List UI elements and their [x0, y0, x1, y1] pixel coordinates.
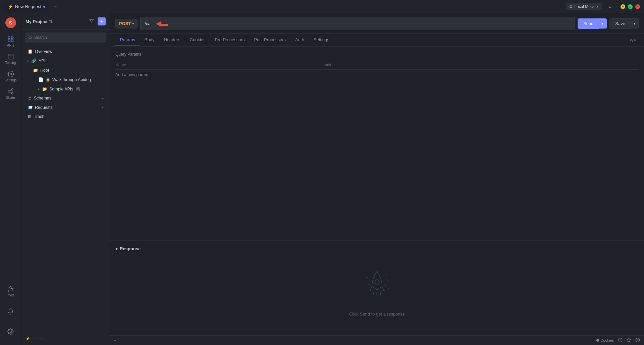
svg-point-5	[11, 89, 13, 90]
maximize-button[interactable]: □	[628, 4, 633, 9]
send-dropdown-button[interactable]: ▾	[599, 19, 606, 28]
cookies-status-dot	[596, 339, 599, 342]
svg-point-15	[29, 36, 32, 39]
svg-point-6	[8, 91, 10, 92]
main-content: POST ▾ /car ◀▬ Send ▾ Save ▾ Params Body	[110, 13, 644, 345]
sidebar-apis-label: APIs	[7, 44, 14, 47]
save-button-group: Save ▾	[609, 18, 639, 29]
sidebar-item-invite[interactable]: Invite	[3, 283, 19, 299]
sidebar-item-gear[interactable]	[3, 324, 19, 340]
response-section: ▾ Response	[110, 240, 644, 335]
window-controls: − □ ×	[621, 4, 640, 9]
tab-settings[interactable]: Settings	[309, 34, 334, 46]
nav-item-apis[interactable]: ▸ 🔗 APIs	[23, 56, 108, 65]
nav-item-requests[interactable]: 📨 Requests ▸	[23, 103, 108, 112]
tab-pre-processors[interactable]: Pre Processors	[210, 34, 250, 46]
params-header: Name Value	[115, 61, 639, 70]
tab-body[interactable]: Body	[140, 34, 159, 46]
svg-point-17	[375, 280, 379, 284]
tab-auth[interactable]: Auth	[290, 34, 309, 46]
bottom-icon-3[interactable]	[635, 338, 640, 343]
svg-line-16	[31, 38, 32, 39]
more-tabs-button[interactable]: ···	[61, 3, 70, 11]
bottom-icon-2[interactable]	[627, 338, 631, 343]
project-title[interactable]: My Project ⇅	[25, 19, 52, 24]
sidebar-item-notifications[interactable]	[3, 303, 19, 320]
cookies-label: Cookies	[600, 338, 614, 342]
tab-modified-dot	[43, 6, 45, 8]
nav-item-root[interactable]: 📁 Root	[23, 66, 108, 75]
sidebar-item-testing[interactable]: Testing	[3, 51, 19, 67]
response-body: Click Send to get a response	[115, 251, 639, 330]
svg-rect-1	[11, 37, 13, 39]
sidebar-item-apis[interactable]: APIs	[3, 33, 19, 50]
sample-apis-chevron: ▸	[38, 87, 40, 91]
walkthrough-label: Walk through Apidog	[52, 77, 91, 82]
add-tab-button[interactable]: +	[51, 2, 60, 11]
add-item-button[interactable]: +	[98, 17, 106, 25]
nav-item-walkthrough[interactable]: 📄 🔒 Walk through Apidog	[23, 75, 108, 84]
overview-label: Overview	[35, 49, 52, 54]
collapse-sidebar-button[interactable]: «	[114, 338, 116, 343]
add-param-hint: Add a new param	[115, 72, 148, 77]
tab-headers[interactable]: Headers	[159, 34, 185, 46]
response-header[interactable]: ▾ Response	[115, 246, 639, 251]
tab-icon: ⚡	[8, 4, 13, 9]
schemas-label: Schemas	[34, 96, 51, 100]
save-dropdown-button[interactable]: ▾	[631, 19, 638, 28]
send-button-group: Send ▾	[578, 18, 607, 29]
apis-label: APIs	[39, 59, 47, 63]
nav-item-overview[interactable]: 📋 Overview	[23, 47, 108, 56]
minimize-button[interactable]: −	[621, 4, 625, 9]
svg-point-22	[368, 284, 369, 285]
tab-label: New Request	[15, 4, 41, 9]
bottom-bar-spacer: «	[114, 338, 592, 343]
project-expand-icon: ⇅	[49, 19, 52, 24]
tab-cookies[interactable]: Cookies	[185, 34, 210, 46]
red-arrow-indicator: ◀▬	[156, 19, 168, 27]
svg-rect-0	[8, 37, 10, 39]
avatar[interactable]: S	[5, 17, 16, 28]
rocket-illustration	[357, 265, 397, 306]
chevron-down-icon: ▾	[597, 5, 598, 8]
search-bar[interactable]	[25, 32, 106, 43]
search-input[interactable]	[34, 35, 103, 40]
local-mock-selector[interactable]: Local Mock ▾	[566, 3, 602, 10]
url-input-container[interactable]: /car ◀▬	[140, 17, 575, 30]
filter-button[interactable]	[88, 17, 96, 25]
svg-point-20	[367, 277, 368, 278]
nav-item-sample-apis[interactable]: ▸ 📁 Sample APIs (5)	[23, 84, 108, 93]
response-label: Response	[120, 246, 141, 251]
walkthrough-label2: 🔒	[46, 77, 50, 82]
tab-post-processors[interactable]: Post Processors	[249, 34, 290, 46]
svg-point-10	[9, 287, 12, 289]
cookies-indicator[interactable]: Cookies	[596, 338, 614, 342]
tab-params[interactable]: Params	[115, 34, 140, 46]
close-button[interactable]: ×	[635, 4, 640, 9]
active-tab[interactable]: ⚡ New Request	[4, 1, 49, 12]
main-layout: S APIs Testing Settings Share Invite	[0, 13, 644, 345]
apis-chevron: ▸	[28, 59, 29, 63]
svg-point-7	[11, 92, 13, 94]
sidebar-invite-label: Invite	[7, 293, 15, 297]
sidebar-item-share[interactable]: Share	[3, 86, 19, 102]
col-value-header: Value	[325, 63, 639, 67]
sample-apis-label: Sample APIs	[49, 87, 73, 91]
bottom-bar: « Cookies	[110, 335, 644, 345]
request-bar: POST ▾ /car ◀▬ Send ▾ Save ▾	[110, 13, 644, 34]
send-button[interactable]: Send	[578, 19, 599, 28]
nav-item-schemas[interactable]: 🗂 Schemas ▸	[23, 94, 108, 102]
hamburger-menu-button[interactable]: ≡	[606, 3, 614, 11]
nav-item-trash[interactable]: 🗑 Trash	[23, 112, 108, 121]
method-dropdown[interactable]: POST ▾	[115, 19, 138, 28]
add-param-row[interactable]: Add a new param	[115, 70, 639, 80]
code-view-icon[interactable]: </>	[627, 35, 639, 45]
bottom-icon-1[interactable]	[618, 338, 623, 343]
search-icon	[28, 36, 32, 40]
save-button[interactable]: Save	[610, 19, 631, 28]
trash-label: Trash	[34, 114, 45, 119]
method-chevron-icon: ▾	[132, 22, 134, 25]
sidebar-item-settings[interactable]: Settings	[3, 68, 19, 84]
titlebar-tabs: ⚡ New Request + ···	[4, 1, 566, 12]
walkthrough-icon: 📄	[38, 77, 44, 82]
